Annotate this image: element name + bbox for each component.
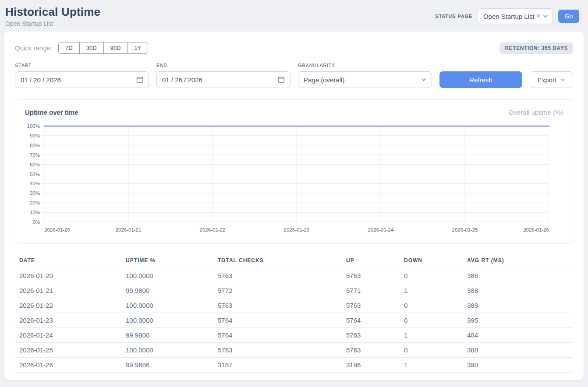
start-date-value: 01 / 20 / 2026 bbox=[21, 76, 61, 84]
table-cell: 1 bbox=[400, 283, 463, 298]
quick-range-30d-button[interactable]: 30D bbox=[79, 42, 104, 54]
export-button-label: Export bbox=[538, 76, 556, 84]
start-date-input[interactable]: 01 / 20 / 2026 bbox=[15, 71, 149, 88]
start-date-label: START bbox=[15, 63, 149, 68]
quick-range-90d-button[interactable]: 90D bbox=[103, 42, 128, 54]
table-cell: 1 bbox=[400, 358, 463, 373]
x-axis-tick-label: 2026-01-25 bbox=[452, 227, 478, 232]
column-header-avg-rt: AVG RT (MS) bbox=[463, 254, 573, 268]
y-axis-tick-label: 40% bbox=[30, 181, 40, 186]
table-header-row: DATE UPTIME % TOTAL CHECKS UP DOWN AVG R… bbox=[15, 254, 573, 268]
table-row: 2026-01-23100.0000576457640395 bbox=[15, 313, 573, 328]
quick-range-7d-button[interactable]: 7D bbox=[58, 42, 80, 54]
table-cell: 2026-01-26 bbox=[15, 358, 121, 373]
header-actions: STATUS PAGE Open Startup List × Go bbox=[435, 8, 579, 24]
clear-selection-icon[interactable]: × bbox=[536, 13, 540, 20]
granularity-label: GRANULARITY bbox=[298, 63, 432, 68]
table-cell: 2026-01-23 bbox=[15, 313, 121, 328]
table-row: 2026-01-25100.0000576357630388 bbox=[15, 343, 573, 358]
table-cell: 5764 bbox=[213, 313, 342, 328]
start-date-field: START 01 / 20 / 2026 bbox=[15, 63, 149, 88]
table-cell: 2026-01-24 bbox=[15, 328, 121, 343]
table-cell: 0 bbox=[400, 298, 463, 313]
go-button[interactable]: Go bbox=[558, 10, 579, 23]
chart-legend: Overall uptime (%) bbox=[509, 109, 563, 116]
x-axis-tick-label: 2026-01-24 bbox=[368, 227, 394, 232]
table-cell: 0 bbox=[400, 268, 463, 283]
table-row: 2026-01-2699.9686318731861390 bbox=[15, 358, 573, 373]
uptime-table-header: DATE UPTIME % TOTAL CHECKS UP DOWN AVG R… bbox=[15, 254, 573, 268]
table-row: 2026-01-20100.0000576357630386 bbox=[15, 268, 573, 283]
column-header-total-checks: TOTAL CHECKS bbox=[213, 254, 342, 268]
table-row: 2026-01-2199.9800577257711388 bbox=[15, 283, 573, 298]
table-cell: 386 bbox=[463, 268, 573, 283]
table-cell: 395 bbox=[463, 313, 573, 328]
end-date-field: END 01 / 26 / 2026 bbox=[156, 63, 290, 88]
table-cell: 5763 bbox=[342, 343, 400, 358]
y-axis-tick-label: 80% bbox=[30, 143, 40, 148]
granularity-selected-value: Page (overall) bbox=[304, 76, 344, 84]
table-row: 2026-01-2499.9800576457631404 bbox=[15, 328, 573, 343]
filter-fields-row: START 01 / 20 / 2026 END 01 / 26 / 2026 … bbox=[15, 63, 573, 88]
page-subtitle: Open Startup List bbox=[5, 20, 100, 27]
table-cell: 2026-01-21 bbox=[15, 283, 121, 298]
calendar-icon[interactable] bbox=[136, 76, 143, 83]
table-cell: 100.0000 bbox=[121, 313, 213, 328]
refresh-button[interactable]: Refresh bbox=[439, 71, 522, 88]
table-cell: 0 bbox=[400, 313, 463, 328]
table-cell: 99.9800 bbox=[121, 328, 213, 343]
export-button[interactable]: Export bbox=[530, 71, 573, 88]
x-axis-tick-label: 2026-01-20 bbox=[44, 227, 70, 232]
end-date-input[interactable]: 01 / 26 / 2026 bbox=[156, 71, 290, 88]
y-axis-tick-label: 30% bbox=[30, 190, 40, 196]
table-cell: 100.0000 bbox=[121, 343, 213, 358]
table-cell: 389 bbox=[463, 298, 573, 313]
table-cell: 5763 bbox=[342, 328, 400, 343]
chevron-down-icon bbox=[421, 78, 426, 81]
table-cell: 5771 bbox=[342, 283, 400, 298]
uptime-table: DATE UPTIME % TOTAL CHECKS UP DOWN AVG R… bbox=[15, 254, 573, 373]
table-cell: 2026-01-20 bbox=[15, 268, 121, 283]
calendar-icon[interactable] bbox=[278, 76, 285, 83]
quick-range-label: Quick range: bbox=[15, 44, 52, 52]
chevron-down-icon bbox=[543, 14, 548, 18]
table-cell: 0 bbox=[400, 343, 463, 358]
status-page-select[interactable]: Open Startup List × bbox=[478, 8, 553, 24]
table-cell: 404 bbox=[463, 328, 573, 343]
table-cell: 5772 bbox=[213, 283, 342, 298]
page-header: Historical Uptime Open Startup List STAT… bbox=[0, 0, 588, 32]
status-page-label: STATUS PAGE bbox=[435, 14, 472, 19]
y-axis-tick-label: 0% bbox=[32, 219, 40, 225]
table-cell: 5763 bbox=[342, 268, 400, 283]
x-axis-tick-label: 2026-01-21 bbox=[116, 227, 142, 232]
page-title: Historical Uptime bbox=[5, 5, 100, 19]
table-cell: 2026-01-22 bbox=[15, 298, 121, 313]
granularity-select[interactable]: Page (overall) bbox=[298, 71, 432, 88]
table-cell: 3187 bbox=[213, 358, 342, 373]
table-cell: 388 bbox=[463, 283, 573, 298]
table-cell: 99.9800 bbox=[121, 283, 213, 298]
column-header-uptime: UPTIME % bbox=[121, 254, 213, 268]
x-axis-tick-label: 2026-01-23 bbox=[284, 227, 310, 232]
table-cell: 100.0000 bbox=[121, 268, 213, 283]
granularity-field: GRANULARITY Page (overall) bbox=[298, 63, 432, 88]
table-row: 2026-01-22100.0000576357630389 bbox=[15, 298, 573, 313]
table-cell: 5764 bbox=[342, 313, 400, 328]
table-cell: 388 bbox=[463, 343, 573, 358]
table-cell: 5763 bbox=[213, 343, 342, 358]
table-cell: 5764 bbox=[213, 328, 342, 343]
end-date-value: 01 / 26 / 2026 bbox=[162, 76, 202, 84]
x-axis-tick-label: 2026-01-22 bbox=[200, 227, 226, 232]
table-cell: 5763 bbox=[342, 298, 400, 313]
y-axis-tick-label: 90% bbox=[30, 133, 40, 138]
column-header-up: UP bbox=[342, 254, 400, 268]
quick-range-row: Quick range: 7D30D90D1Y RETENTION: 365 D… bbox=[15, 42, 573, 54]
y-axis-tick-label: 100% bbox=[27, 123, 40, 129]
quick-range-1y-button[interactable]: 1Y bbox=[127, 42, 148, 54]
table-cell: 2026-01-25 bbox=[15, 343, 121, 358]
table-cell: 3186 bbox=[342, 358, 400, 373]
chart-header: Uptime over time Overall uptime (%) bbox=[25, 109, 563, 116]
y-axis-tick-label: 50% bbox=[30, 172, 40, 177]
uptime-table-body: 2026-01-20100.00005763576303862026-01-21… bbox=[15, 268, 573, 373]
quick-range-group: 7D30D90D1Y bbox=[58, 42, 148, 54]
